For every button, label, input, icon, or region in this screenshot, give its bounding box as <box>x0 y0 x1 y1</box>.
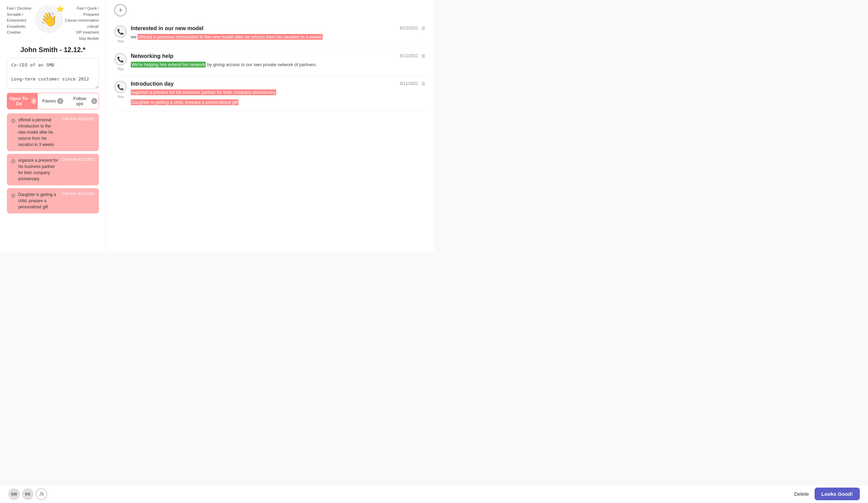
call-entry-1: 📞 You Interested in our new model we off… <box>114 21 426 48</box>
tab-favors-label: Favors <box>42 98 56 103</box>
call-text-3b: Daughter is getting a child, prepare a p… <box>131 99 426 106</box>
call-text-1: we offered a personal introduction to th… <box>131 33 426 41</box>
add-button-row: + <box>114 4 426 17</box>
tab-favors-badge: 1 <box>57 98 63 104</box>
star-badge: ⭐ <box>56 4 64 14</box>
tab-followups-badge: 1 <box>91 98 97 104</box>
call-entry-2: 📞 You Networking help We're helping him … <box>114 48 426 76</box>
trait-4: Creative <box>7 29 35 36</box>
delete-icon-3[interactable]: 🗑 <box>421 81 426 86</box>
delete-icon-1[interactable]: 🗑 <box>421 26 426 31</box>
call-body-2: Networking help We're helping him extend… <box>131 53 426 69</box>
call-highlight-1: offered a personal introduction to the n… <box>137 34 323 40</box>
trait-3: Empathetic <box>7 24 35 30</box>
call-text-3: organize a present for his business part… <box>131 89 426 96</box>
delete-icon-2[interactable]: 🗑 <box>421 53 426 59</box>
tab-open-todo[interactable]: Open To-Do 3 <box>7 93 38 109</box>
trait-r4: Stay flexible <box>63 36 99 42</box>
traits-right: Fast / Quick / Prepared Casual conversat… <box>63 6 99 42</box>
todo-item-1[interactable]: ⊙ offered a personal introduction to the… <box>7 113 99 151</box>
todo-check-1: ⊙ <box>11 118 16 124</box>
trait-1: Fast / Decisive <box>7 6 35 12</box>
trait-r3: VIP treatment <box>63 29 99 36</box>
call-icon-col-3: 📞 You <box>114 81 127 99</box>
traits-row: Fast / Decisive Sociable / Extraverted E… <box>7 6 99 42</box>
right-panel: + 📞 You Interested in our new model we o… <box>106 0 434 252</box>
call-text-after-2: by giving access to our own private netw… <box>206 62 317 67</box>
call-text-2: We're helping him extend his network by … <box>131 61 426 69</box>
todo-text-2: organize a present for his business part… <box>18 157 59 182</box>
tab-followups-label: Follow ups <box>70 96 90 106</box>
tab-followups[interactable]: Follow ups 1 <box>68 93 99 109</box>
add-call-button[interactable]: + <box>114 4 127 17</box>
call-icon-col-1: 📞 You <box>114 26 127 43</box>
profile-header: Fast / Decisive Sociable / Extraverted E… <box>7 6 99 42</box>
call-you-label-3: You <box>117 94 124 99</box>
todo-item-2[interactable]: ⊙ organize a present for his business pa… <box>7 154 99 185</box>
todo-item-3[interactable]: ⊙ Daughter is getting a child, prepare a… <box>7 188 99 213</box>
call-body-1: Interested in our new model we offered a… <box>131 26 426 41</box>
call-entry-3: 📞 You Introduction day organize a presen… <box>114 76 426 111</box>
call-highlight-2: We're helping him extend his network <box>131 62 206 68</box>
call-icon-3: 📞 <box>114 81 127 93</box>
call-icon-2: 📞 <box>114 53 127 66</box>
todo-list: ⊙ offered a personal introduction to the… <box>7 113 99 213</box>
call-icon-col-2: 📞 You <box>114 53 127 71</box>
call-text-before-1: we <box>131 34 137 39</box>
call-date-2: 8/12/2022 <box>400 53 418 58</box>
call-you-label-2: You <box>117 67 124 71</box>
trait-r1: Fast / Quick / Prepared <box>63 6 99 18</box>
call-title-2: Networking help <box>131 53 426 59</box>
tab-open-todo-label: Open To-Do <box>9 96 30 106</box>
traits-left: Fast / Decisive Sociable / Extraverted E… <box>7 6 35 42</box>
avatar-emoji: 👋 <box>40 8 58 30</box>
left-panel: Fast / Decisive Sociable / Extraverted E… <box>0 0 106 252</box>
avatar-container: 👋 ⭐ <box>35 6 63 33</box>
tab-favors[interactable]: Favors 1 <box>38 93 68 109</box>
todo-check-3: ⊙ <box>11 192 16 199</box>
call-meta-3: 8/11/2022 🗑 <box>397 81 426 86</box>
call-title-3: Introduction day <box>131 81 426 87</box>
todo-date-3: Call from 8/11/2022 <box>62 192 95 195</box>
todo-date-1: Call from 8/13/2022 <box>62 117 95 121</box>
call-meta-2: 8/12/2022 🗑 <box>397 53 426 59</box>
trait-r2: Casual conversation critical! <box>63 18 99 29</box>
todo-check-2: ⊙ <box>11 158 16 164</box>
profile-name: John Smith - 12.12.* <box>7 46 99 54</box>
profile-notes[interactable] <box>7 58 99 89</box>
tabs-container: Open To-Do 3 Favors 1 Follow ups 1 <box>7 93 99 109</box>
call-highlight-3b: Daughter is getting a child, prepare a p… <box>131 99 239 105</box>
trait-2: Sociable / Extraverted <box>7 12 35 24</box>
todo-date-2: Call from 8/11/2022 <box>62 157 95 161</box>
call-date-3: 8/11/2022 <box>400 81 418 86</box>
tab-open-todo-badge: 3 <box>31 98 36 104</box>
call-you-label-1: You <box>117 39 124 43</box>
call-icon-1: 📞 <box>114 26 127 38</box>
call-date-1: 8/13/2022 <box>400 26 418 30</box>
todo-text-3: Daughter is getting a child, prepare a p… <box>18 192 59 210</box>
call-body-3: Introduction day organize a present for … <box>131 81 426 106</box>
todo-text-1: offered a personal introduction to the n… <box>18 117 59 148</box>
call-meta-1: 8/13/2022 🗑 <box>397 26 426 31</box>
call-title-1: Interested in our new model <box>131 26 426 31</box>
call-highlight-3a: organize a present for his business part… <box>131 89 276 95</box>
